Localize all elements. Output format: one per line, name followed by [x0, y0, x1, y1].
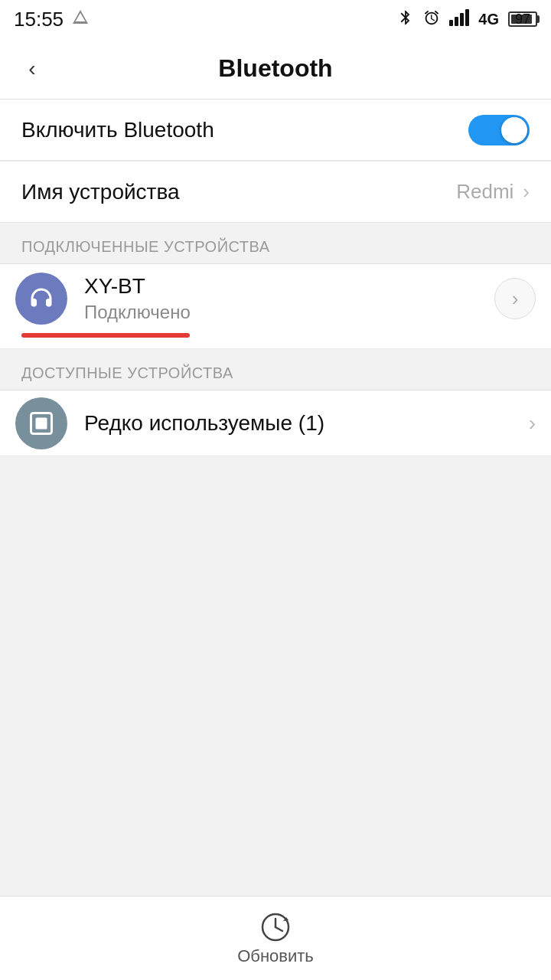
- available-section-header: ДОСТУПНЫЕ УСТРОЙСТВА: [0, 349, 551, 390]
- page-title: Bluetooth: [218, 54, 332, 83]
- drive-icon: [71, 8, 90, 31]
- rarely-icon-wrap: [15, 397, 67, 449]
- back-button[interactable]: ‹: [15, 52, 49, 86]
- xy-bt-info: XY-BT Подключено: [84, 274, 494, 323]
- bluetooth-toggle[interactable]: [468, 115, 530, 145]
- xy-bt-name: XY-BT: [84, 274, 494, 299]
- battery-indicator: 97: [508, 11, 537, 27]
- rarely-device-icon: [28, 410, 55, 437]
- refresh-label: Обновить: [237, 946, 314, 966]
- 4g-label: 4G: [478, 11, 499, 28]
- status-bar-right: 4G 97: [397, 9, 537, 30]
- device-name-chevron-icon: ›: [523, 180, 530, 204]
- svg-line-8: [276, 927, 282, 931]
- status-time: 15:55: [14, 8, 64, 31]
- empty-area: [0, 456, 551, 824]
- xy-bt-chevron-button[interactable]: ›: [494, 278, 536, 319]
- connected-section-label: ПОДКЛЮЧЕННЫЕ УСТРОЙСТВА: [21, 238, 270, 255]
- device-name-value: Redmi: [456, 180, 514, 204]
- alarm-status-icon: [423, 9, 440, 30]
- svg-rect-2: [460, 13, 464, 26]
- rarely-used-label: Редко используемые (1): [84, 411, 529, 436]
- bluetooth-enable-section: Включить Bluetooth Имя устройства Redmi …: [0, 100, 551, 223]
- status-bar-left: 15:55: [14, 8, 90, 31]
- header: ‹ Bluetooth: [0, 38, 551, 100]
- available-section-label: ДОСТУПНЫЕ УСТРОЙСТВА: [21, 364, 233, 381]
- svg-rect-0: [449, 20, 453, 26]
- rarely-chevron-icon: ›: [529, 411, 536, 436]
- toggle-knob: [501, 117, 527, 143]
- device-name-label: Имя устройства: [21, 180, 180, 204]
- bluetooth-enable-row: Включить Bluetooth: [0, 100, 551, 161]
- rarely-used-row[interactable]: Редко используемые (1) ›: [0, 390, 551, 456]
- svg-rect-1: [455, 17, 458, 26]
- refresh-bar[interactable]: Обновить: [0, 896, 551, 980]
- headphones-icon: [28, 285, 55, 312]
- xy-bt-chevron-icon: ›: [512, 287, 519, 311]
- status-bar: 15:55 4G: [0, 0, 551, 38]
- svg-rect-5: [36, 417, 47, 429]
- bluetooth-status-icon: [397, 9, 414, 30]
- refresh-icon-wrap: [259, 911, 292, 943]
- connected-device-row[interactable]: XY-BT Подключено ›: [0, 264, 551, 333]
- refresh-icon: [259, 911, 292, 943]
- device-name-value-wrap: Redmi ›: [456, 180, 530, 204]
- red-progress-bar: [21, 333, 190, 338]
- back-arrow-icon: ‹: [28, 57, 35, 81]
- xy-bt-icon-wrap: [15, 273, 67, 325]
- svg-rect-3: [465, 9, 469, 26]
- device-name-row[interactable]: Имя устройства Redmi ›: [0, 162, 551, 223]
- signal-icon: [449, 9, 469, 30]
- red-bar-wrap: [0, 333, 551, 349]
- bluetooth-enable-label: Включить Bluetooth: [21, 118, 214, 142]
- xy-bt-status: Подключено: [84, 302, 494, 323]
- connected-section-header: ПОДКЛЮЧЕННЫЕ УСТРОЙСТВА: [0, 223, 551, 263]
